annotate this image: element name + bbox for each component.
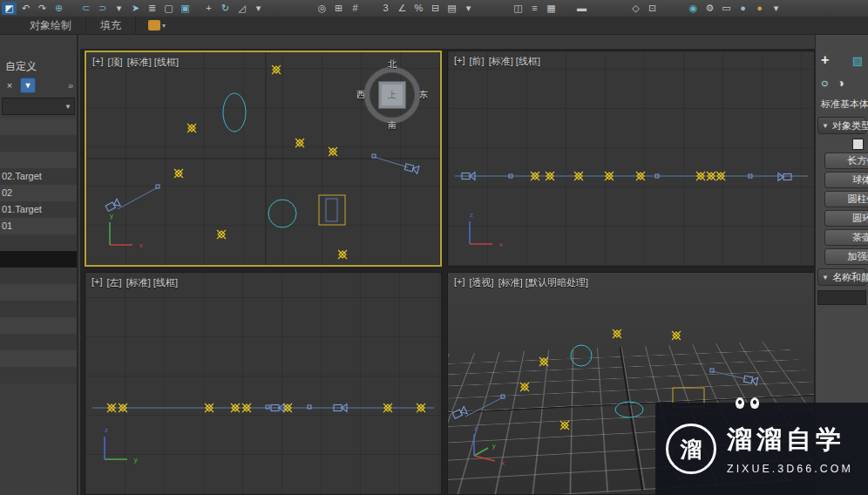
viewcube-south[interactable]: 南 xyxy=(388,119,397,132)
viewport-left[interactable]: yz [+] [左] [标准] [线框] xyxy=(85,272,442,495)
list-item[interactable] xyxy=(0,284,77,301)
named-selection-sets-icon[interactable]: ▤ xyxy=(444,2,459,15)
named-sets-dropdown-icon[interactable]: ▾ xyxy=(461,2,476,15)
primitive-button[interactable]: 球体 xyxy=(824,172,868,188)
watermark-text: 溜溜自学 ZIXUE.3D66.COM xyxy=(727,423,853,475)
rectangular-selection-icon[interactable]: ▢ xyxy=(161,2,176,15)
rollout-object-type[interactable]: ▼ 对象类型 xyxy=(817,117,866,134)
select-by-name-icon[interactable]: ≣ xyxy=(145,2,159,15)
viewport-menu-button[interactable]: [+] xyxy=(454,276,465,289)
viewport-shading-button[interactable]: [标准] [默认明暗处理] xyxy=(498,276,588,289)
spinner-snap-icon[interactable]: ⊟ xyxy=(428,2,443,15)
viewcube[interactable]: 上 北 南 西 东 xyxy=(358,61,426,129)
render-iterative-icon[interactable]: ● xyxy=(736,2,750,15)
viewport-label: [+] [透视] [标准] [默认明暗处理] xyxy=(454,276,588,289)
select-rotate-icon[interactable]: ↻ xyxy=(218,2,233,15)
redo-icon[interactable]: ↷ xyxy=(35,2,50,15)
ribbon-bar: 对象绘制 填充 ▾ xyxy=(0,17,868,35)
list-item[interactable] xyxy=(0,317,77,334)
schematic-view-icon[interactable]: ⊡ xyxy=(645,2,660,15)
select-link-icon[interactable]: ⊂ xyxy=(78,2,93,15)
list-item[interactable] xyxy=(0,152,77,168)
rendered-frame-icon[interactable]: ▭ xyxy=(719,2,734,15)
ribbon-flyout-button[interactable]: ▾ xyxy=(148,20,166,31)
use-pivot-center-icon[interactable]: ◎ xyxy=(315,2,329,15)
list-item[interactable] xyxy=(0,367,77,383)
list-item[interactable] xyxy=(0,119,77,135)
reference-coordinate-dropdown-icon[interactable]: ▾ xyxy=(251,2,266,15)
percent-snap-icon[interactable]: % xyxy=(411,2,426,15)
viewport-menu-button[interactable]: [+] xyxy=(92,276,103,289)
render-production-icon[interactable]: ● xyxy=(752,2,767,15)
viewcube-north[interactable]: 北 xyxy=(388,58,397,71)
primitive-button[interactable]: 圆环 xyxy=(824,210,868,227)
list-item[interactable]: 02 xyxy=(0,185,77,201)
select-move-icon[interactable]: + xyxy=(201,2,216,15)
geometry-category-icon[interactable]: ○ xyxy=(821,76,828,90)
list-item[interactable] xyxy=(0,268,77,284)
angle-snap-icon[interactable]: ∠ xyxy=(395,2,410,15)
primitive-category-dropdown[interactable]: 标准基本体 xyxy=(816,94,868,113)
autogrid-checkbox[interactable] xyxy=(852,139,864,150)
shapes-category-icon[interactable]: ◑ xyxy=(837,76,844,90)
material-editor-icon[interactable]: ◉ xyxy=(686,2,701,15)
toolbar-overflow-icon[interactable]: » xyxy=(68,80,75,91)
viewport-menu-button[interactable]: [+] xyxy=(454,55,465,68)
window-crossing-icon[interactable]: ▣ xyxy=(178,2,193,15)
viewport-canvas-front[interactable]: xz xyxy=(448,51,814,266)
viewport-view-button[interactable]: [透视] xyxy=(470,276,494,289)
filter-icon[interactable]: ▼ xyxy=(20,78,36,93)
rollout-name-color[interactable]: ▼ 名称和颜色 xyxy=(817,268,866,286)
clear-filter-icon[interactable]: × xyxy=(2,78,17,93)
primitive-button[interactable]: 圆柱体 xyxy=(824,191,868,207)
keyboard-override-icon[interactable]: # xyxy=(348,2,363,15)
list-item[interactable] xyxy=(0,334,77,350)
viewcube-top-face[interactable]: 上 xyxy=(378,81,406,109)
mirror-icon[interactable]: ◫ xyxy=(511,2,526,15)
object-name-field[interactable] xyxy=(817,290,866,305)
viewport-view-button[interactable]: [左] xyxy=(107,276,122,289)
ribbon-tab-object-paint[interactable]: 对象绘制 xyxy=(16,17,86,34)
link-icon[interactable]: ⊕ xyxy=(51,2,66,15)
primitive-button[interactable]: 长方体 xyxy=(824,153,868,169)
layer-explorer-icon[interactable]: ▦ xyxy=(544,2,559,15)
undo-icon[interactable]: ↶ xyxy=(18,2,33,15)
list-item[interactable] xyxy=(0,234,77,251)
viewport-canvas-left[interactable]: yz xyxy=(85,273,441,494)
render-setup-icon[interactable]: ⚙ xyxy=(702,2,717,15)
viewport-shading-button[interactable]: [标准] [线框] xyxy=(127,56,179,69)
primitive-button[interactable]: 茶壶 xyxy=(824,229,868,246)
list-item[interactable] xyxy=(0,251,77,268)
viewport-view-button[interactable]: [顶] xyxy=(108,56,123,69)
ribbon-toggle-icon[interactable]: ▬ xyxy=(574,2,589,15)
list-item[interactable]: 01.Target xyxy=(0,201,77,218)
viewport-shading-button[interactable]: [标准] [线框] xyxy=(126,276,178,289)
primitive-button[interactable]: 加强型 xyxy=(824,248,868,265)
panel-secondary-icon[interactable]: ▧ xyxy=(852,54,863,67)
viewcube-west[interactable]: 西 xyxy=(356,89,365,101)
select-manipulate-icon[interactable]: ⊞ xyxy=(331,2,346,15)
list-item[interactable] xyxy=(0,135,77,152)
viewport-front[interactable]: xz [+] [前] [标准] [线框] xyxy=(447,51,815,267)
viewport-shading-button[interactable]: [标准] [线框] xyxy=(489,55,540,68)
app-menu-icon[interactable]: ◩ xyxy=(2,2,17,15)
list-item[interactable]: 01 xyxy=(0,218,77,234)
curve-editor-icon[interactable]: ◇ xyxy=(628,2,643,15)
viewcube-east[interactable]: 东 xyxy=(419,89,428,101)
unlink-icon[interactable]: ⊃ xyxy=(95,2,110,15)
selection-filter-dropdown-icon[interactable]: ▾ xyxy=(112,2,126,15)
viewport-top[interactable]: xy [+] [顶] [标准] [线框] 上 北 南 西 东 xyxy=(85,51,442,267)
ribbon-tab-populate[interactable]: 填充 xyxy=(86,17,136,34)
list-item[interactable] xyxy=(0,350,77,367)
viewport-view-button[interactable]: [前] xyxy=(470,55,485,68)
toolbar-overflow-icon[interactable]: ▾ xyxy=(769,2,783,15)
align-icon[interactable]: ≡ xyxy=(527,2,542,15)
list-item[interactable] xyxy=(0,301,77,317)
explorer-search-combo[interactable]: ▼ xyxy=(2,98,75,115)
viewport-menu-button[interactable]: [+] xyxy=(92,56,104,69)
snaps-toggle-icon[interactable]: 3 xyxy=(378,2,393,15)
create-tab-icon[interactable]: + xyxy=(821,52,829,68)
select-object-icon[interactable]: ➤ xyxy=(128,2,143,15)
select-scale-icon[interactable]: ◿ xyxy=(234,2,249,15)
list-item[interactable]: 02.Target xyxy=(0,168,77,185)
